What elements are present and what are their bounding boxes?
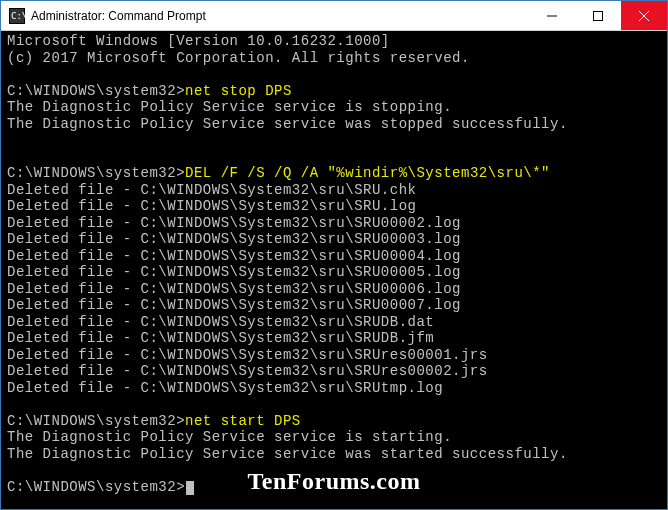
output-line: Deleted file - C:\WINDOWS\System32\sru\S…	[7, 314, 661, 331]
minimize-button[interactable]	[529, 1, 575, 30]
output-line: Deleted file - C:\WINDOWS\System32\sru\S…	[7, 248, 661, 265]
output-line: The Diagnostic Policy Service service is…	[7, 99, 661, 116]
maximize-button[interactable]	[575, 1, 621, 30]
output-line: Deleted file - C:\WINDOWS\System32\sru\S…	[7, 182, 661, 199]
output-line: The Diagnostic Policy Service service wa…	[7, 116, 661, 133]
close-button[interactable]	[621, 1, 667, 30]
output-line: Deleted file - C:\WINDOWS\System32\sru\S…	[7, 297, 661, 314]
output-line: Deleted file - C:\WINDOWS\System32\sru\S…	[7, 347, 661, 364]
command-line: C:\WINDOWS\system32>net stop DPS	[7, 83, 661, 100]
svg-rect-4	[594, 11, 603, 20]
svg-text:C:\: C:\	[11, 11, 25, 21]
blank-line	[7, 132, 661, 149]
output-line: Deleted file - C:\WINDOWS\System32\sru\S…	[7, 281, 661, 298]
output-line: Deleted file - C:\WINDOWS\System32\sru\S…	[7, 231, 661, 248]
blank-line	[7, 462, 661, 479]
prompt: C:\WINDOWS\system32>	[7, 165, 185, 181]
command-text: DEL /F /S /Q /A "%windir%\System32\sru\*…	[185, 165, 550, 181]
window-title: Administrator: Command Prompt	[31, 9, 529, 23]
command-text: net start DPS	[185, 413, 301, 429]
command-line: C:\WINDOWS\system32>DEL /F /S /Q /A "%wi…	[7, 165, 661, 182]
output-line: Deleted file - C:\WINDOWS\System32\sru\S…	[7, 380, 661, 397]
prompt: C:\WINDOWS\system32>	[7, 413, 185, 429]
prompt-line: C:\WINDOWS\system32>	[7, 479, 661, 496]
terminal-area[interactable]: Microsoft Windows [Version 10.0.16232.10…	[1, 31, 667, 509]
output-line: The Diagnostic Policy Service service is…	[7, 429, 661, 446]
output-line: The Diagnostic Policy Service service wa…	[7, 446, 661, 463]
blank-line	[7, 149, 661, 166]
prompt: C:\WINDOWS\system32>	[7, 83, 185, 99]
output-line: Deleted file - C:\WINDOWS\System32\sru\S…	[7, 330, 661, 347]
header-line: (c) 2017 Microsoft Corporation. All righ…	[7, 50, 661, 67]
cmd-icon: C:\	[9, 8, 25, 24]
output-line: Deleted file - C:\WINDOWS\System32\sru\S…	[7, 264, 661, 281]
output-line: Deleted file - C:\WINDOWS\System32\sru\S…	[7, 363, 661, 380]
command-line: C:\WINDOWS\system32>net start DPS	[7, 413, 661, 430]
window-controls	[529, 1, 667, 30]
prompt: C:\WINDOWS\system32>	[7, 479, 185, 495]
titlebar[interactable]: C:\ Administrator: Command Prompt	[1, 1, 667, 31]
output-line: Deleted file - C:\WINDOWS\System32\sru\S…	[7, 215, 661, 232]
blank-line	[7, 396, 661, 413]
command-text: net stop DPS	[185, 83, 292, 99]
cursor	[186, 481, 194, 495]
blank-line	[7, 66, 661, 83]
header-line: Microsoft Windows [Version 10.0.16232.10…	[7, 33, 661, 50]
output-line: Deleted file - C:\WINDOWS\System32\sru\S…	[7, 198, 661, 215]
